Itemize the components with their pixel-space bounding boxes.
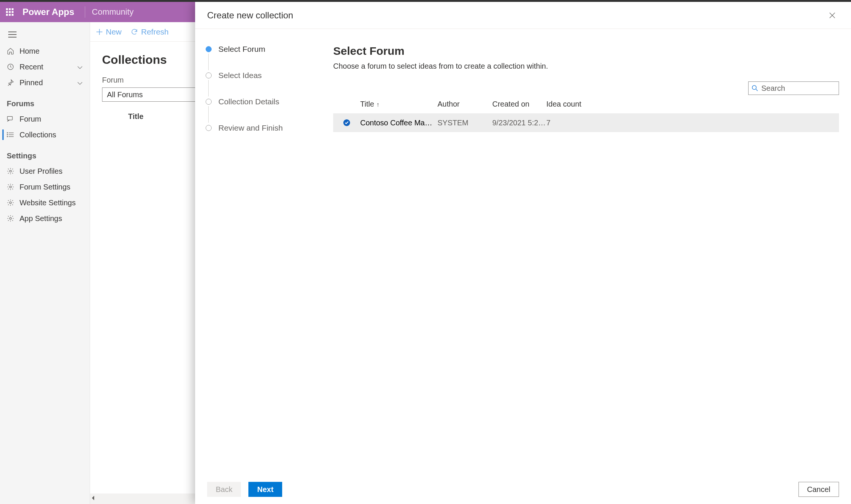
home-icon <box>5 47 16 55</box>
cmd-label: Refresh <box>141 27 169 36</box>
gear-icon <box>5 183 16 191</box>
refresh-button[interactable]: Refresh <box>131 27 169 36</box>
svg-point-19 <box>7 136 8 137</box>
divider <box>85 6 85 18</box>
nav-label: Pinned <box>20 78 43 87</box>
nav-group-forums: Forums <box>0 99 90 108</box>
nav-recent[interactable]: Recent <box>0 59 90 75</box>
nav-label: Forum Settings <box>20 183 71 191</box>
app-name: Power Apps <box>23 7 74 17</box>
svg-point-21 <box>10 186 12 188</box>
nav-label: Collections <box>20 131 56 139</box>
pin-icon <box>5 79 16 86</box>
svg-point-20 <box>10 170 12 172</box>
col-created[interactable]: Created on <box>492 100 546 108</box>
svg-point-17 <box>7 132 8 133</box>
svg-rect-0 <box>6 8 8 10</box>
svg-rect-5 <box>12 11 14 13</box>
svg-rect-2 <box>12 8 14 10</box>
chevron-down-icon[interactable] <box>77 78 83 87</box>
step-dot-icon <box>206 72 212 78</box>
cancel-button[interactable]: Cancel <box>798 482 839 497</box>
svg-rect-9 <box>8 32 17 32</box>
modal-title: Create new collection <box>207 10 293 21</box>
svg-rect-13 <box>8 116 12 120</box>
step-label: Select Forum <box>218 45 265 54</box>
row-title: Contoso Coffee Mach… <box>360 119 438 127</box>
next-button[interactable]: Next <box>248 482 282 497</box>
svg-point-18 <box>7 134 8 135</box>
nav-label: Forum <box>20 115 41 123</box>
nav-website-settings[interactable]: Website Settings <box>0 195 90 211</box>
row-idea-count: 7 <box>546 119 591 127</box>
modal-footer: Back Next Cancel <box>195 475 851 504</box>
gear-icon <box>5 215 16 222</box>
chevron-down-icon[interactable] <box>77 63 83 71</box>
list-icon <box>5 132 16 138</box>
back-button[interactable]: Back <box>207 482 241 497</box>
col-title[interactable]: Title <box>102 110 170 123</box>
search-input[interactable]: Search <box>748 81 839 95</box>
row-author: SYSTEM <box>438 119 492 127</box>
nav-user-profiles[interactable]: User Profiles <box>0 163 90 179</box>
step-select-forum[interactable]: Select Forum <box>206 45 323 71</box>
panel-description: Choose a forum to select ideas from to c… <box>333 62 839 71</box>
top-border <box>0 0 851 2</box>
app-section[interactable]: Community <box>92 7 134 17</box>
step-select-ideas[interactable]: Select Ideas <box>206 71 323 97</box>
table-row[interactable]: Contoso Coffee Mach… SYSTEM 9/23/2021 5:… <box>333 113 839 132</box>
clock-icon <box>5 63 16 71</box>
step-dot-active-icon <box>206 46 212 52</box>
svg-rect-6 <box>6 14 8 16</box>
nav-forum[interactable]: Forum <box>0 111 90 127</box>
step-connector <box>208 80 209 96</box>
scroll-left-icon[interactable] <box>92 495 95 502</box>
waffle-icon[interactable] <box>5 7 15 17</box>
sort-asc-icon: ↑ <box>376 101 379 108</box>
nav-label: App Settings <box>20 214 62 223</box>
col-title[interactable]: Title↑ <box>360 100 438 108</box>
col-idea-count[interactable]: Idea count <box>546 100 591 108</box>
nav-label: Website Settings <box>20 199 76 207</box>
modal-header: Create new collection <box>195 2 851 29</box>
modal-close-button[interactable] <box>825 9 839 22</box>
modal-right-panel: Select Forum Choose a forum to select id… <box>323 29 851 475</box>
nav-collections[interactable]: Collections <box>0 127 90 143</box>
row-check-icon[interactable] <box>333 119 360 126</box>
svg-rect-11 <box>8 37 17 38</box>
step-label: Collection Details <box>218 97 279 106</box>
search-placeholder: Search <box>761 84 785 93</box>
nav-home[interactable]: Home <box>0 43 90 59</box>
svg-point-23 <box>10 218 12 220</box>
step-connector <box>208 54 209 70</box>
nav-label: Home <box>20 47 39 56</box>
col-author[interactable]: Author <box>438 100 492 108</box>
gear-icon <box>5 199 16 206</box>
table-header: Title↑ Author Created on Idea count <box>333 95 839 113</box>
step-dot-icon <box>206 125 212 131</box>
svg-point-22 <box>10 202 12 204</box>
svg-rect-10 <box>8 34 17 35</box>
svg-rect-4 <box>9 11 11 13</box>
nav-collapse-button[interactable] <box>0 30 90 39</box>
side-nav: Home Recent Pinned Forums Forum Collecti… <box>0 22 90 504</box>
nav-app-settings[interactable]: App Settings <box>0 211 90 226</box>
step-collection-details[interactable]: Collection Details <box>206 97 323 123</box>
svg-rect-3 <box>6 11 8 13</box>
forums-table: Title↑ Author Created on Idea count Cont… <box>333 95 839 132</box>
wizard-steps: Select Forum Select Ideas Collection Det… <box>195 29 323 475</box>
gear-icon <box>5 167 16 175</box>
new-button[interactable]: New <box>96 27 122 36</box>
forum-icon <box>5 116 16 122</box>
modal-body: Select Forum Select Ideas Collection Det… <box>195 29 851 475</box>
step-connector <box>208 106 209 123</box>
nav-forum-settings[interactable]: Forum Settings <box>0 179 90 195</box>
svg-rect-8 <box>12 14 14 16</box>
step-review-finish[interactable]: Review and Finish <box>206 123 323 150</box>
step-label: Select Ideas <box>218 71 262 80</box>
nav-group-settings: Settings <box>0 152 90 160</box>
step-label: Review and Finish <box>218 123 283 132</box>
nav-label: User Profiles <box>20 167 62 176</box>
nav-pinned[interactable]: Pinned <box>0 75 90 90</box>
svg-rect-1 <box>9 8 11 10</box>
